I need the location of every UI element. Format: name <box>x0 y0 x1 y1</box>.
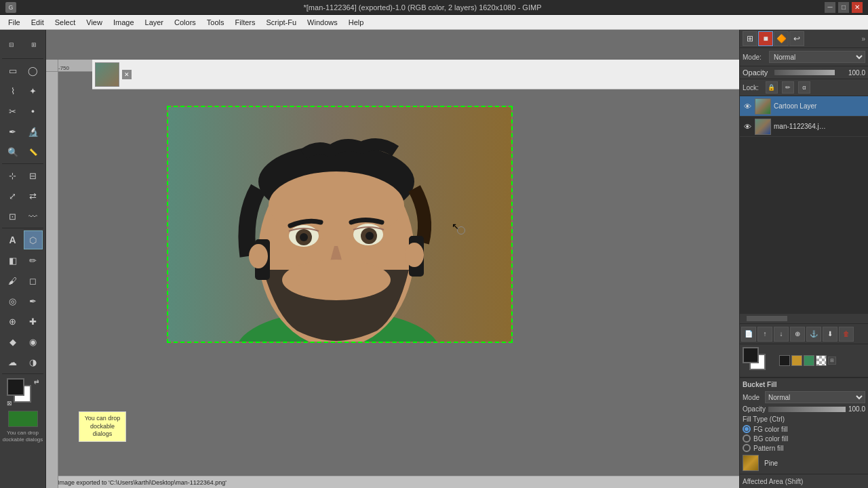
tool-transform[interactable]: ⤢ <box>3 186 22 205</box>
tool-bucket-fill[interactable]: ⬡ <box>24 230 43 249</box>
foreground-color-swatch[interactable] <box>7 378 24 396</box>
tool-ink[interactable]: ✒ <box>24 291 43 310</box>
tool-blend[interactable]: ◧ <box>3 251 22 270</box>
swatch-resize-icon[interactable]: ⊞ <box>828 357 836 365</box>
image-close-button[interactable]: ✕ <box>122 70 132 79</box>
bg-fill-radio[interactable] <box>743 434 751 443</box>
tool-ellipse-select[interactable]: ◯ <box>24 61 43 80</box>
lock-alpha-button[interactable]: α <box>798 81 810 94</box>
tool-measure[interactable]: 📏 <box>24 142 43 161</box>
panel-options-button[interactable]: » <box>861 35 865 43</box>
tool-blur[interactable]: ◉ <box>24 332 43 351</box>
window-title: *[man-1122364] (exported)-1.0 (RGB color… <box>20 3 825 12</box>
panel-tab-channels[interactable]: ■ <box>758 31 773 46</box>
tool-move[interactable]: ⊹ <box>3 166 22 185</box>
tool-heal[interactable]: ✚ <box>24 312 43 331</box>
tool-paintbrush[interactable]: 🖌 <box>3 271 22 290</box>
menu-help[interactable]: Help <box>343 17 370 28</box>
lock-pixels-button[interactable]: 🔒 <box>766 81 778 94</box>
tool-dodge-burn[interactable]: ◑ <box>24 352 43 371</box>
bucket-mode-select[interactable]: Normal Multiply Screen <box>765 391 865 403</box>
pattern-fill-option[interactable]: Pattern fill <box>743 444 865 452</box>
ruler-left <box>46 72 58 488</box>
tool-warp[interactable]: 〰 <box>24 207 43 226</box>
lock-position-button[interactable]: ✏ <box>782 81 794 94</box>
reset-colors-button[interactable]: ⊠ <box>7 400 12 407</box>
minimize-button[interactable]: ─ <box>825 2 835 13</box>
panel-tab-layers[interactable]: ⊞ <box>743 31 757 46</box>
bucket-opacity-slider[interactable] <box>768 407 846 412</box>
fg-color-swatch[interactable] <box>743 347 759 363</box>
layer-name-photo: man-1122364.j… <box>774 123 865 130</box>
tool-align[interactable]: ⊟ <box>24 166 43 185</box>
tool-free-select[interactable]: ⌇ <box>3 81 22 100</box>
swatch-black[interactable] <box>779 355 790 366</box>
swatch-checker[interactable] <box>816 355 827 366</box>
new-layer-button[interactable]: 📄 <box>741 327 756 342</box>
tool-eraser[interactable]: ◻ <box>24 271 43 290</box>
menu-view[interactable]: View <box>81 17 108 28</box>
layer-item-photo[interactable]: 👁 man-1122364.j… <box>740 117 868 137</box>
bg-fill-option[interactable]: BG color fill <box>743 434 865 443</box>
tool-zoom[interactable]: 🔍 <box>3 142 22 161</box>
menu-windows[interactable]: Windows <box>302 17 343 28</box>
menu-select[interactable]: Select <box>50 17 81 28</box>
svg-point-16 <box>405 243 424 267</box>
opacity-label: Opacity <box>743 68 768 77</box>
tool-layers-icon[interactable]: ⊞ <box>24 35 43 54</box>
canvas-viewport[interactable]: ↖ You can drop dockable dialogs <box>58 72 739 476</box>
svg-point-11 <box>366 232 374 240</box>
tool-pencil[interactable]: ✏ <box>24 251 43 270</box>
raise-layer-button[interactable]: ↑ <box>757 327 772 342</box>
swatch-green[interactable] <box>804 355 814 366</box>
tool-flip[interactable]: ⇄ <box>24 186 43 205</box>
maximize-button[interactable]: □ <box>838 2 849 13</box>
pattern-fill-radio[interactable] <box>743 444 751 452</box>
fg-fill-option[interactable]: FG color fill <box>743 425 865 433</box>
menu-image[interactable]: Image <box>108 17 140 28</box>
layers-scroll-thumb[interactable] <box>747 316 787 321</box>
opacity-slider[interactable] <box>774 70 835 75</box>
panel-tab-paths[interactable]: 🔶 <box>774 31 789 46</box>
tool-perspective-clone[interactable]: ◆ <box>3 332 22 351</box>
menu-colors[interactable]: Colors <box>169 17 201 28</box>
menu-layer[interactable]: Layer <box>140 17 170 28</box>
menu-scriptfu[interactable]: Script-Fu <box>260 17 302 28</box>
tool-paths[interactable]: ✒ <box>3 122 22 141</box>
layer-item-cartoon[interactable]: 👁 Cartoon Layer <box>740 96 868 117</box>
tool-airbrush[interactable]: ◎ <box>3 291 22 310</box>
pattern-thumbnail[interactable] <box>743 455 759 471</box>
menu-tools[interactable]: Tools <box>201 17 230 28</box>
close-button[interactable]: ✕ <box>852 2 863 13</box>
menu-filters[interactable]: Filters <box>230 17 261 28</box>
fg-fill-radio[interactable] <box>743 425 751 433</box>
swatch-orange[interactable] <box>791 355 802 366</box>
swap-colors-button[interactable]: ⇄ <box>34 378 39 385</box>
delete-layer-button[interactable]: 🗑 <box>839 327 854 342</box>
tool-rect-select[interactable]: ▭ <box>3 61 22 80</box>
merge-layer-button[interactable]: ⬇ <box>823 327 837 342</box>
layer-visibility-cartoon[interactable]: 👁 <box>743 102 752 111</box>
image-canvas[interactable] <box>167 106 513 343</box>
tool-color-picker[interactable]: 🔬 <box>24 122 43 141</box>
lower-layer-button[interactable]: ↓ <box>774 327 789 342</box>
active-color-display[interactable] <box>8 411 38 427</box>
tool-foreground-select[interactable]: ● <box>24 102 43 121</box>
anchor-layer-button[interactable]: ⚓ <box>806 327 821 342</box>
layers-scrollbar[interactable] <box>740 314 868 323</box>
tool-fuzzy-select[interactable]: ✦ <box>24 81 43 100</box>
bucket-fill-options: Bucket Fill Mode Normal Multiply Screen … <box>740 378 868 474</box>
tool-smudge[interactable]: ☁ <box>3 352 22 371</box>
layer-mode-select[interactable]: Normal Dissolve Multiply Screen <box>769 51 865 63</box>
menu-edit[interactable]: Edit <box>26 17 50 28</box>
menu-file[interactable]: File <box>3 17 26 28</box>
panel-tab-undo[interactable]: ↩ <box>789 31 804 46</box>
duplicate-layer-button[interactable]: ⊕ <box>790 327 805 342</box>
tool-paint-bucket-icon[interactable]: ⊟ <box>2 35 21 54</box>
layer-visibility-photo[interactable]: 👁 <box>743 122 752 131</box>
tool-cage[interactable]: ⊡ <box>3 207 22 226</box>
tool-clone[interactable]: ⊕ <box>3 312 22 331</box>
tool-text[interactable]: A <box>3 230 22 249</box>
tool-scissors-select[interactable]: ✂ <box>3 102 22 121</box>
canvas-area[interactable]: ✕ -750 -500 -250 0 250 500 750 1000 1250… <box>46 30 739 488</box>
